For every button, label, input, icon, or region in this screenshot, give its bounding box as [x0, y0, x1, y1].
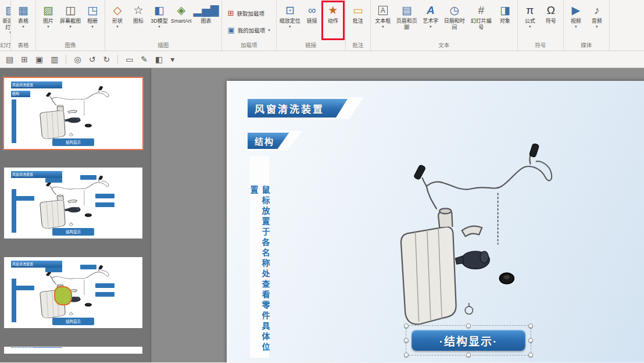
current-slide[interactable]: 风窗清洗装置 结构 鼠标放置于各名称处查看零件具体位置 [227, 81, 644, 362]
selection-handle-se[interactable] [528, 353, 533, 357]
group-label-comments: 批注 [348, 41, 368, 51]
presentation-editor-window: ▧ 新建幻灯片 ▾ 幻灯片 ▦ 表格 ▾ 表格 ▨ 图片 [0, 0, 644, 363]
video-button[interactable]: ▶ 视频 ▾ [566, 2, 586, 39]
button-label: 图表 [201, 18, 212, 24]
hyperlink-button[interactable]: ∞ 链接 [302, 2, 323, 39]
shape-tool-icon[interactable]: ▭ [126, 55, 133, 63]
selection-handle-n[interactable] [466, 323, 471, 328]
mini-part-label [15, 286, 34, 290]
mini-vertical-strip [12, 99, 16, 144]
slide-thumbnail-4-partial[interactable]: 风窗清洗装置 [4, 347, 142, 354]
shapes-button[interactable]: ◇ 形状 ▾ [107, 2, 128, 39]
screenshot-button[interactable]: ◫ 屏幕截图 ▾ [59, 2, 82, 39]
get-addins-icon: ⊞ [228, 9, 234, 17]
chart-icon: ▂▅▇ [194, 3, 219, 18]
new-slide-button[interactable]: ▧ 新建幻灯片 ▾ [0, 2, 11, 39]
fill-tool-icon[interactable]: ◧ [155, 55, 163, 63]
redo-icon[interactable]: ↻ [103, 55, 110, 63]
mini-highlighted-part [54, 286, 72, 305]
chart-button[interactable]: ▂▅▇ 图表 [193, 2, 220, 39]
selection-handle-nw[interactable] [404, 323, 409, 328]
selection-handle-e[interactable] [528, 338, 533, 343]
mini-part-label [95, 194, 115, 198]
photo-album-button[interactable]: ◳ 相册 ▾ [82, 2, 103, 39]
slide-thumbnail-1-selected[interactable]: 风窗清洗装置 结构 结构显示 [4, 78, 142, 149]
table-button[interactable]: ▦ 表格 ▾ [13, 2, 34, 39]
group-buttons: ▨ 图片 ▾ ◫ 屏幕截图 ▾ ◳ 相册 ▾ [38, 2, 103, 41]
find-icon[interactable]: ◎ [74, 55, 81, 63]
zoom-link-button[interactable]: ⊡ 缩放定位 ▾ [278, 2, 302, 39]
smartart-button[interactable]: ◈ SmartArt [170, 2, 193, 39]
slide-title-banner-shape[interactable]: 风窗清洗装置 [248, 97, 364, 119]
ribbon-group-links: ⊡ 缩放定位 ▾ ∞ 链接 ★ 动作 链接 [277, 0, 346, 51]
mini-caption: 结构显示 [52, 318, 94, 325]
3d-model-button[interactable]: ◧ 3D模型 ▾ [149, 2, 170, 39]
text-box-button[interactable]: A 文本框 ▾ [373, 2, 393, 39]
mini-diagram [26, 85, 120, 142]
group-buttons: π 公式 ▾ Ω 符号 [520, 2, 561, 41]
picture-button[interactable]: ▨ 图片 ▾ [38, 2, 59, 39]
selection-handle-sw[interactable] [404, 353, 409, 357]
group-label-links: 链接 [278, 41, 344, 51]
toolbar-separator [117, 55, 118, 64]
shapes-icon: ◇ [113, 3, 122, 18]
comment-button[interactable]: ▭ 批注 [348, 2, 368, 39]
action-button-highlighted[interactable]: ★ 动作 [323, 2, 344, 39]
vertical-note-strip[interactable]: 鼠标放置于各名称处查看零件具体位置 [250, 156, 269, 358]
pen-tool-icon[interactable]: ✎ [141, 55, 148, 63]
structure-display-caption-shape[interactable]: ·结构显示· [412, 330, 525, 351]
equation-button[interactable]: π 公式 ▾ [520, 2, 541, 39]
object-button[interactable]: ◨ 对象 [495, 2, 516, 39]
mini-part-label [45, 268, 62, 272]
button-label: 幻灯片编号 [469, 18, 493, 30]
selection-handle-w[interactable] [404, 338, 409, 343]
ribbon-group-slides: ▧ 新建幻灯片 ▾ 幻灯片 [0, 0, 11, 51]
selection-handle-ne[interactable] [528, 323, 533, 328]
comment-icon: ▭ [353, 3, 363, 18]
group-buttons: ▧ 新建幻灯片 ▾ [0, 2, 10, 41]
dropdown-arrow-icon: ▾ [116, 24, 119, 29]
get-addins-button[interactable]: ⊞ 获取加载项 [224, 6, 274, 20]
zoom-link-icon: ⊡ [285, 3, 295, 18]
print-icon[interactable]: ▥ [51, 55, 58, 63]
dropdown-arrow-icon: ▾ [575, 24, 577, 29]
wordart-button[interactable]: A 艺术字 ▾ [420, 2, 441, 39]
washer-parts-diagram[interactable] [369, 139, 578, 334]
date-time-button[interactable]: ◷ 日期和时间 [441, 2, 468, 39]
save-icon[interactable]: ▣ [35, 55, 43, 63]
audio-button[interactable]: ♪ 音频 ▾ [586, 2, 607, 39]
date-time-icon: ◷ [450, 3, 460, 18]
mini-part-label [95, 292, 115, 297]
icons-button[interactable]: ☆ 图标 [128, 2, 149, 39]
vertical-note-text: 鼠标放置于各名称处查看零件具体位置 [248, 186, 271, 358]
symbol-icon: Ω [547, 3, 555, 18]
slide-number-button[interactable]: # 幻灯片编号 [468, 2, 495, 39]
button-label: 表格 [18, 18, 28, 24]
slide-section-banner-shape[interactable]: 结构 [248, 131, 302, 151]
header-footer-button[interactable]: ▤ 页眉和页脚 [393, 2, 420, 39]
view-icon[interactable]: ▤ [6, 55, 13, 63]
symbol-button[interactable]: Ω 符号 [541, 2, 561, 39]
wordart-icon: A [427, 3, 435, 18]
picture-icon: ▨ [43, 3, 53, 18]
slide-thumbnail-3[interactable]: 风窗清洗装置 结构显示 [4, 257, 142, 328]
group-buttons: ⊡ 缩放定位 ▾ ∞ 链接 ★ 动作 [278, 2, 344, 41]
smartart-icon: ◈ [177, 3, 185, 18]
slide-thumbnail-2[interactable]: 风窗清洗装置 结构显示 [4, 168, 142, 239]
grid-icon[interactable]: ⊞ [21, 55, 28, 63]
ribbon-group-symbols: π 公式 ▾ Ω 符号 符号 [518, 0, 564, 51]
mini-part-label [15, 196, 34, 201]
dropdown-arrow-icon: ▾ [69, 24, 71, 29]
group-label-media: 媒体 [566, 41, 607, 51]
icons-library-icon: ☆ [133, 3, 143, 18]
mini-title-text: 风窗清洗装置 [12, 347, 33, 348]
my-addins-button[interactable]: ▣ 我的加载项 ▾ [224, 23, 274, 37]
button-label: 公式 [525, 18, 535, 24]
selection-handle-s[interactable] [466, 353, 471, 357]
photo-album-icon: ◳ [87, 3, 98, 18]
undo-icon[interactable]: ↺ [89, 55, 96, 63]
mini-vertical-strip [12, 189, 16, 233]
more-tools-icon[interactable]: ▾ [170, 55, 174, 63]
button-label: 艺术字 [423, 18, 438, 24]
ribbon-group-comments: ▭ 批注 批注 [346, 0, 371, 51]
